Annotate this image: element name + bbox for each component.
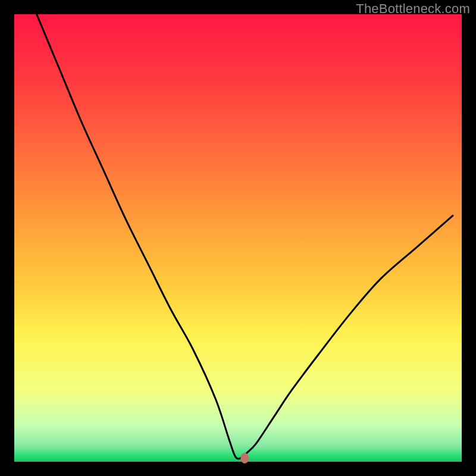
plot-background [14,14,462,462]
chart-stage: TheBottleneck.com [0,0,476,476]
watermark-label: TheBottleneck.com [356,1,470,17]
optimal-point-marker [240,453,249,464]
bottleneck-chart [0,0,476,476]
